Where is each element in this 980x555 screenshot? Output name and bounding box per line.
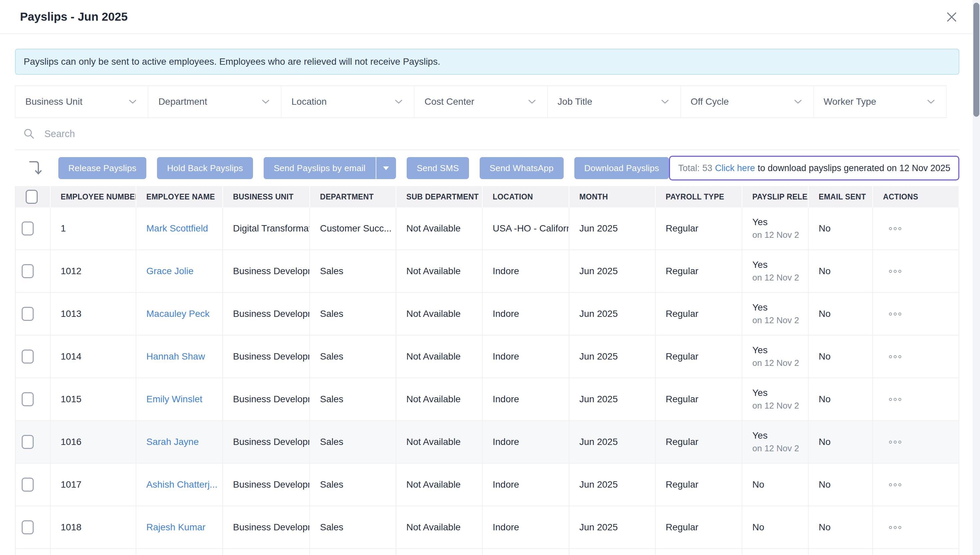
row-checkbox[interactable] bbox=[22, 307, 34, 321]
row-actions-menu[interactable] bbox=[873, 378, 959, 420]
ellipsis-icon bbox=[889, 398, 892, 401]
employee-name-link[interactable]: Macauley Peck bbox=[136, 293, 223, 335]
row-select-cell bbox=[16, 421, 51, 463]
send-whatsapp-button[interactable]: Send WhatsApp bbox=[480, 157, 564, 179]
row-checkbox[interactable] bbox=[22, 478, 34, 492]
employee-number-cell: 1017 bbox=[51, 464, 136, 505]
filter-job-title[interactable]: Job Title bbox=[548, 86, 681, 117]
row-checkbox[interactable] bbox=[22, 520, 34, 534]
sub-department-cell: Not Available bbox=[396, 207, 483, 249]
vertical-scrollbar-track[interactable] bbox=[973, 0, 980, 555]
employee-number-cell: 1018 bbox=[51, 506, 136, 548]
row-actions-menu[interactable] bbox=[873, 464, 959, 505]
payslip-released-cell: Yes on 12 Nov 2 bbox=[742, 335, 809, 377]
email-sent-cell: No bbox=[809, 335, 873, 377]
row-select-cell bbox=[16, 506, 51, 548]
ellipsis-icon bbox=[894, 441, 897, 444]
search-bar bbox=[15, 118, 959, 150]
ellipsis-icon bbox=[898, 355, 901, 358]
download-payslips-button[interactable]: Download Payslips bbox=[574, 157, 669, 179]
row-checkbox[interactable] bbox=[22, 350, 34, 364]
department-cell: Sales bbox=[310, 335, 396, 377]
row-select-cell bbox=[16, 335, 51, 377]
month-cell: Jun 2025 bbox=[569, 250, 655, 292]
close-icon[interactable] bbox=[945, 10, 959, 24]
send-payslips-email-button[interactable]: Send Payslips by email bbox=[264, 157, 375, 179]
employee-name-link[interactable]: Emily Winslet bbox=[136, 378, 223, 420]
row-actions-menu[interactable] bbox=[873, 335, 959, 377]
send-sms-button[interactable]: Send SMS bbox=[407, 157, 469, 179]
row-actions-menu[interactable] bbox=[873, 421, 959, 463]
department-cell: Sales bbox=[310, 464, 396, 505]
employee-number-cell: 1016 bbox=[51, 421, 136, 463]
filter-location[interactable]: Location bbox=[281, 86, 414, 117]
filter-bar: Business Unit Department Location Cost C… bbox=[15, 85, 946, 118]
row-checkbox[interactable] bbox=[22, 264, 34, 278]
ellipsis-icon bbox=[898, 526, 901, 529]
page-title: Payslips - Jun 2025 bbox=[20, 0, 128, 34]
payslips-table: EMPLOYEE NUMBER EMPLOYEE NAME BUSINESS U… bbox=[15, 186, 959, 555]
sub-department-cell: Not Available bbox=[396, 464, 483, 505]
email-options-dropdown[interactable] bbox=[376, 157, 396, 179]
filter-label: Job Title bbox=[558, 96, 592, 107]
employee-name-link[interactable]: Rajesh Kumar bbox=[136, 506, 223, 548]
table-row: 1013 Macauley Peck Business Developm Sal… bbox=[16, 293, 959, 335]
row-checkbox[interactable] bbox=[22, 392, 34, 406]
employee-number-cell: 1012 bbox=[51, 250, 136, 292]
sub-department-cell: Not Available bbox=[396, 293, 483, 335]
filter-cost-center[interactable]: Cost Center bbox=[414, 86, 547, 117]
ellipsis-icon bbox=[889, 441, 892, 444]
location-cell: Indore bbox=[483, 506, 569, 548]
department-cell: Sales bbox=[310, 506, 396, 548]
employee-name-link[interactable]: Grace Jolie bbox=[136, 250, 223, 292]
filter-off-cycle[interactable]: Off Cycle bbox=[681, 86, 814, 117]
employee-name-link[interactable]: Mark Scottfield bbox=[136, 207, 223, 249]
info-banner: Payslips can only be sent to active empl… bbox=[15, 49, 959, 75]
send-payslips-email-split-button: Send Payslips by email bbox=[264, 157, 396, 179]
payslip-released-cell: Yes on 12 Nov 2 bbox=[742, 207, 809, 249]
filter-worker-type[interactable]: Worker Type bbox=[814, 86, 946, 117]
click-here-link[interactable]: Click here bbox=[715, 163, 755, 173]
hold-back-payslips-button[interactable]: Hold Back Payslips bbox=[157, 157, 253, 179]
payslip-released-cell: Yes on 12 Nov 2 bbox=[742, 250, 809, 292]
payroll-type-cell: Regular bbox=[655, 378, 742, 420]
action-toolbar: Release Payslips Hold Back Payslips Send… bbox=[15, 150, 959, 186]
header-cell: DEPARTMENT bbox=[310, 186, 396, 207]
employee-name-link[interactable]: Sarah Jayne bbox=[136, 421, 223, 463]
vertical-scrollbar-thumb[interactable] bbox=[973, 3, 979, 117]
release-payslips-button[interactable]: Release Payslips bbox=[58, 157, 146, 179]
row-actions-menu[interactable] bbox=[873, 293, 959, 335]
row-actions-menu[interactable] bbox=[873, 506, 959, 548]
payslip-released-cell: No bbox=[742, 506, 809, 548]
ellipsis-icon bbox=[889, 270, 892, 273]
search-icon bbox=[23, 128, 35, 140]
email-sent-cell: No bbox=[809, 207, 873, 249]
released-value: Yes bbox=[752, 302, 768, 313]
move-down-arrow-icon[interactable] bbox=[27, 159, 43, 177]
header-cell: PAYROLL TYPE bbox=[655, 186, 742, 207]
chevron-down-icon bbox=[794, 99, 802, 104]
row-checkbox[interactable] bbox=[22, 435, 34, 449]
ellipsis-icon bbox=[889, 483, 892, 486]
header-cell: EMPLOYEE NUMBER bbox=[51, 186, 136, 207]
chevron-down-icon bbox=[262, 99, 270, 104]
table-row: 1015 Emily Winslet Business Developm Sal… bbox=[16, 378, 959, 421]
employee-name-link[interactable]: Ashish Chatterj... bbox=[136, 464, 223, 505]
row-checkbox[interactable] bbox=[22, 221, 34, 236]
chevron-down-icon bbox=[395, 99, 403, 104]
filter-business-unit[interactable]: Business Unit bbox=[15, 86, 148, 117]
search-input[interactable] bbox=[44, 124, 959, 144]
month-cell: Jun 2025 bbox=[569, 207, 655, 249]
row-actions-menu[interactable] bbox=[873, 250, 959, 292]
location-cell: Indore bbox=[483, 335, 569, 377]
chevron-down-icon bbox=[528, 99, 536, 104]
select-all-checkbox[interactable] bbox=[26, 190, 38, 204]
header-cell: ACTIONS bbox=[873, 186, 959, 207]
employee-name-link[interactable]: Hannah Shaw bbox=[136, 335, 223, 377]
row-actions-menu[interactable] bbox=[873, 207, 959, 249]
header-cell: MONTH bbox=[569, 186, 655, 207]
table-row: 1012 Grace Jolie Business Developm Sales… bbox=[16, 250, 959, 293]
location-cell: Indore bbox=[483, 378, 569, 420]
info-banner-text: Payslips can only be sent to active empl… bbox=[24, 56, 440, 67]
filter-department[interactable]: Department bbox=[148, 86, 281, 117]
